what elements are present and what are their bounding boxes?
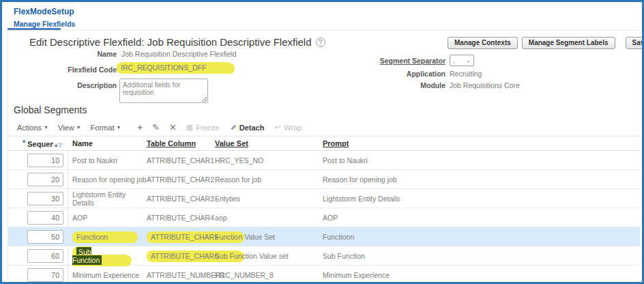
segment-separator-label: Segment Separator: [357, 57, 445, 65]
segment-name: Post to Naukri: [72, 156, 117, 165]
sequence-input[interactable]: [27, 249, 63, 263]
table-toolbar: Actions▼ View▼ Format▼ + ✎ ✕ ▦ Freeze ⬈ …: [17, 122, 313, 132]
table-row[interactable]: Sub Function ATTRIBUTE_CHAR6 Sub Functio…: [8, 246, 640, 266]
sort-icons[interactable]: ▲▽: [53, 142, 61, 148]
name-cell: Post to Naukri: [68, 156, 147, 165]
value-set-cell: Reason for job: [215, 175, 323, 184]
sequence-cell: [8, 227, 68, 246]
table-column-value: ATTRIBUTE_CHAR2: [147, 175, 214, 184]
application-label: Application: [357, 70, 445, 78]
table-body: Post to Naukri ATTRIBUTE_CHAR1 HRC_YES_N…: [8, 151, 640, 284]
sequence-input[interactable]: [27, 268, 63, 282]
name-cell: Functionn: [68, 233, 147, 241]
freeze-toggle: ▦ Freeze: [186, 123, 220, 132]
segment-separator-select[interactable]: . ⌄: [450, 55, 474, 66]
global-segments-table: *Sequence▲▽ Name Table Column Value Set …: [8, 136, 640, 284]
sequence-input[interactable]: [27, 173, 63, 186]
tab-manage-flexfields[interactable]: Manage Flexfields: [14, 20, 75, 28]
segment-name: Minimum Experience: [72, 271, 139, 279]
name-label: Name: [28, 50, 117, 58]
prompt-cell: Lightstorm Entity Details: [323, 195, 640, 203]
table-column-cell: ATTRIBUTE_CHAR4: [147, 214, 215, 222]
value-set-value: Reason for job: [215, 175, 261, 184]
chevron-down-icon: ▼: [76, 125, 81, 130]
table-column-cell: ATTRIBUTE_CHAR2: [147, 175, 215, 184]
save-button[interactable]: Save: [626, 37, 644, 49]
prompt-value: Post to Naukri: [323, 156, 368, 165]
segment-name: Lightstorm Entity Details: [72, 190, 126, 207]
column-header-sequence[interactable]: *Sequence▲▽: [8, 139, 68, 148]
action-button-bar: Manage Contexts Manage Segment Labels Sa…: [448, 37, 644, 49]
prompt-cell: Reason for opening job: [323, 175, 640, 184]
value-set-value: Function Value Set: [215, 233, 275, 241]
wrap-icon: ↵: [275, 123, 281, 132]
sequence-cell: [8, 208, 68, 227]
add-icon[interactable]: +: [137, 122, 143, 132]
prompt-value: Minimum Experience: [323, 271, 390, 279]
value-set-cell: Entyties: [215, 195, 323, 203]
table-row[interactable]: Reason for opening job ATTRIBUTE_CHAR2 R…: [8, 170, 640, 189]
table-row[interactable]: Post to Naukri ATTRIBUTE_CHAR1 HRC_YES_N…: [8, 151, 640, 170]
freeze-icon: ▦: [186, 123, 193, 132]
column-header-value-set[interactable]: Value Set: [215, 139, 323, 147]
flexfield-code-value: IRC_REQUISITIONS_DFF: [117, 63, 235, 72]
table-row[interactable]: AOP ATTRIBUTE_CHAR4 aop AOP: [8, 208, 640, 227]
value-set-cell: HRC_YES_NO: [215, 156, 323, 165]
table-column-value: ATTRIBUTE_CHAR1: [147, 156, 214, 165]
table-row[interactable]: Minimum Experience ATTRIBUTE_NUMBER1 HRC…: [8, 266, 640, 284]
table-row[interactable]: Lightstorm Entity Details ATTRIBUTE_CHAR…: [8, 189, 640, 208]
column-header-prompt[interactable]: Prompt: [323, 139, 640, 147]
table-column-cell: ATTRIBUTE_CHAR1: [147, 156, 215, 165]
wrap-toggle: ↵ Wrap: [275, 123, 302, 132]
segment-name: Functionn: [72, 231, 138, 243]
name-cell: Reason for opening job: [68, 175, 147, 184]
flexfield-code-label: Flexfield Code: [28, 66, 117, 74]
format-menu[interactable]: Format▼: [91, 124, 121, 132]
sequence-input[interactable]: [27, 211, 63, 225]
value-set-cell: aop: [215, 214, 323, 222]
view-menu[interactable]: View▼: [58, 124, 81, 132]
table-column-cell: ATTRIBUTE_CHAR5: [147, 233, 215, 241]
sequence-cell: [8, 246, 68, 265]
prompt-cell: Sub Function: [323, 252, 640, 260]
edit-icon[interactable]: ✎: [152, 122, 160, 132]
description-textarea[interactable]: [119, 79, 208, 103]
value-set-value: Entyties: [215, 195, 240, 203]
name-cell: Minimum Experience: [68, 271, 147, 279]
name-cell: AOP: [68, 214, 147, 222]
value-set-value: aop: [215, 214, 227, 222]
sequence-input[interactable]: [27, 192, 63, 205]
manage-contexts-button[interactable]: Manage Contexts: [448, 37, 518, 49]
prompt-value: Lightstorm Entity Details: [323, 195, 400, 203]
table-row[interactable]: Functionn ATTRIBUTE_CHAR5 Function Value…: [8, 227, 640, 246]
page-title: Edit Descriptive Flexfield: Job Requisit…: [29, 36, 325, 48]
value-set-cell: Sub Function Value set: [215, 252, 323, 260]
column-header-table-column[interactable]: Table Column: [147, 139, 215, 147]
sequence-input[interactable]: [27, 154, 63, 167]
prompt-value: Reason for opening job: [323, 175, 397, 184]
table-column-cell: ATTRIBUTE_CHAR3: [147, 195, 215, 203]
prompt-cell: Minimum Experience: [323, 271, 640, 279]
prompt-value: Functionn: [323, 233, 354, 241]
module-label: Module: [357, 81, 445, 89]
chevron-down-icon: ▼: [116, 125, 121, 130]
module-value: Job Requisitions Core: [450, 81, 520, 89]
prompt-value: AOP: [323, 214, 338, 222]
chevron-down-icon: ⌄: [466, 57, 471, 63]
column-header-name[interactable]: Name: [68, 139, 147, 147]
sequence-cell: [8, 170, 68, 188]
help-icon[interactable]: ?: [316, 38, 325, 47]
detach-toggle[interactable]: ⬈ Detach: [230, 123, 264, 132]
detach-icon: ⬈: [230, 123, 236, 132]
required-icon: *: [23, 139, 25, 147]
sequence-input[interactable]: [27, 230, 63, 244]
sequence-cell: [8, 189, 68, 208]
manage-segment-labels-button[interactable]: Manage Segment Labels: [522, 37, 615, 49]
value-set-value: Sub Function Value set: [215, 252, 289, 260]
actions-menu[interactable]: Actions▼: [17, 124, 48, 132]
name-cell: Lightstorm Entity Details: [68, 190, 147, 207]
table-column-value: ATTRIBUTE_CHAR3: [147, 195, 214, 203]
sequence-cell: [8, 151, 68, 169]
segment-name: AOP: [72, 214, 87, 222]
delete-icon[interactable]: ✕: [169, 122, 177, 132]
